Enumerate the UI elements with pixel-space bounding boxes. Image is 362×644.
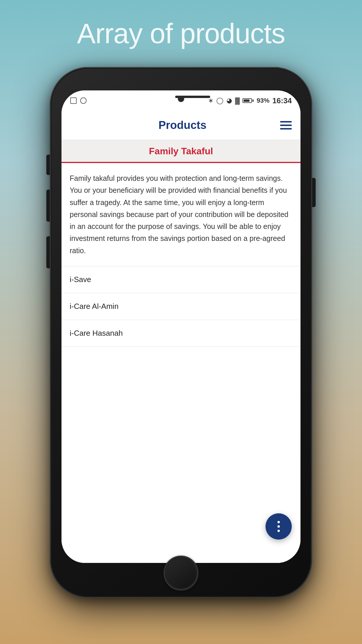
app-content: Products Family Takaful Family takaful p… xyxy=(61,111,301,563)
mute-button xyxy=(46,155,50,175)
power-button xyxy=(312,178,316,207)
hamburger-line-1 xyxy=(280,121,292,123)
phone-screen: ∗ ◯ ◕ ▓ 93% 16:34 Products xyxy=(61,90,301,563)
app-header-title: Products xyxy=(159,119,207,132)
status-time: 16:34 xyxy=(273,96,292,105)
product-item-icare-hasanah[interactable]: i-Care Hasanah xyxy=(61,320,301,347)
description-section: Family takaful provides you with protect… xyxy=(61,163,301,266)
volume-down-button xyxy=(46,236,50,268)
phone-mockup: ∗ ◯ ◕ ▓ 93% 16:34 Products xyxy=(50,67,312,598)
product-item-icare-alamin[interactable]: i-Care Al-Amin xyxy=(61,293,301,320)
home-button[interactable] xyxy=(164,556,198,591)
hamburger-line-3 xyxy=(280,128,292,130)
product-list: i-Save i-Care Al-Amin i-Care Hasanah xyxy=(61,266,301,347)
hamburger-line-2 xyxy=(280,125,292,126)
speaker-bar xyxy=(175,96,210,98)
battery-percent: 93% xyxy=(256,97,269,104)
status-bar-left-icons xyxy=(70,97,87,104)
product-item-isave[interactable]: i-Save xyxy=(61,266,301,293)
description-text: Family takaful provides you with protect… xyxy=(70,172,292,257)
wifi-icon: ◕ xyxy=(226,97,232,104)
battery-icon xyxy=(242,98,254,103)
tab-family-takaful[interactable]: Family Takaful xyxy=(61,146,301,162)
fab-dots-icon xyxy=(277,521,280,532)
status-bar-right: ∗ ◯ ◕ ▓ 93% 16:34 xyxy=(208,96,292,105)
tab-section: Family Takaful xyxy=(61,140,301,163)
page-title: Array of products xyxy=(0,18,362,50)
alarm-icon: ◯ xyxy=(216,97,224,104)
fab-dot-2 xyxy=(277,525,280,528)
hamburger-menu-button[interactable] xyxy=(280,121,292,130)
volume-up-button xyxy=(46,190,50,222)
notification-icon xyxy=(70,97,77,104)
app-header: Products xyxy=(61,111,301,140)
fab-dot-1 xyxy=(277,521,280,523)
fab-dot-3 xyxy=(277,530,280,532)
fab-more-button[interactable] xyxy=(266,513,292,540)
signal-icon: ▓ xyxy=(235,97,240,104)
check-icon xyxy=(80,97,87,104)
